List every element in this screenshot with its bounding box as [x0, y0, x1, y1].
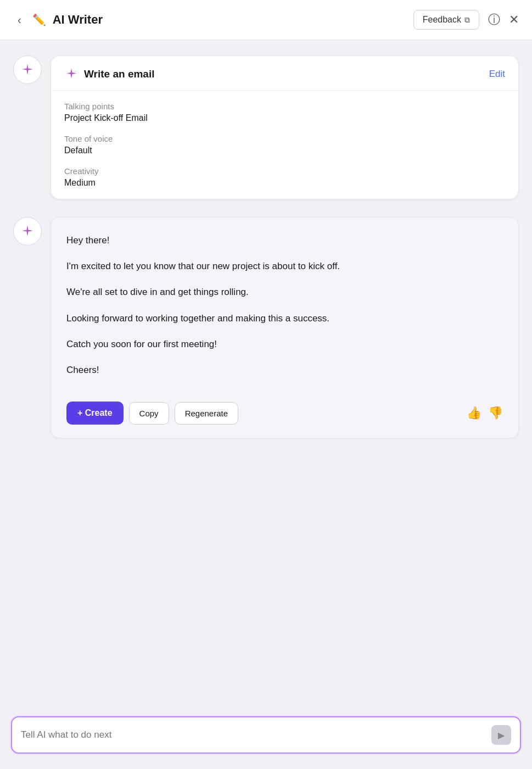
pencil-icon: ✏️: [32, 13, 46, 26]
response-para-2: I'm excited to let you know that our new…: [66, 259, 503, 274]
send-icon: ▶: [498, 730, 505, 740]
back-button[interactable]: ‹: [13, 12, 26, 29]
info-button[interactable]: ⓘ: [488, 12, 500, 28]
copy-button[interactable]: Copy: [129, 402, 169, 425]
response-card: Hey there! I'm excited to let you know t…: [51, 217, 519, 438]
response-para-5: Catch you soon for our first meeting!: [66, 337, 503, 352]
sparkle-icon: [20, 62, 35, 77]
card-title: Write an email: [84, 68, 154, 80]
talking-points-value: Project Kick-off Email: [64, 113, 505, 123]
create-label: + Create: [77, 408, 113, 418]
info-icon: ⓘ: [488, 13, 500, 26]
action-row: + Create Copy Regenerate 👍 👎: [51, 402, 518, 438]
header-left: ‹ ✏️ AI Writer: [13, 12, 103, 29]
card-body: Talking points Project Kick-off Email To…: [51, 91, 518, 199]
creativity-field: Creativity Medium: [64, 166, 505, 188]
bottom-bar: ▶: [0, 707, 532, 769]
close-icon: ✕: [509, 13, 519, 26]
talking-points-label: Talking points: [64, 102, 505, 111]
external-link-icon: ⧉: [464, 15, 470, 25]
feedback-icons: 👍 👎: [467, 406, 503, 420]
action-buttons: + Create Copy Regenerate: [66, 402, 238, 425]
prompt-card: Write an email Edit Talking points Proje…: [51, 55, 519, 199]
creativity-label: Creativity: [64, 166, 505, 176]
feedback-button[interactable]: Feedback ⧉: [413, 10, 479, 30]
feedback-label: Feedback: [423, 15, 461, 25]
close-button[interactable]: ✕: [509, 13, 519, 27]
card-title-row: Write an email: [64, 67, 154, 81]
ai-avatar: [13, 55, 42, 84]
header-title: AI Writer: [53, 13, 103, 27]
response-para-3: We're all set to dive in and get things …: [66, 285, 503, 299]
ai-input[interactable]: [21, 729, 491, 740]
response-row: Hey there! I'm excited to let you know t…: [13, 217, 519, 438]
thumbs-up-button[interactable]: 👍: [467, 406, 481, 420]
sparkle-small-icon: [64, 67, 79, 81]
tone-field: Tone of voice Default: [64, 134, 505, 155]
header-right: Feedback ⧉ ⓘ ✕: [413, 10, 519, 30]
talking-points-field: Talking points Project Kick-off Email: [64, 102, 505, 123]
thumbs-down-button[interactable]: 👎: [488, 406, 503, 420]
prompt-row: Write an email Edit Talking points Proje…: [13, 55, 519, 199]
input-container: ▶: [11, 716, 521, 754]
card-header: Write an email Edit: [51, 56, 518, 91]
thumbs-up-icon: 👍: [467, 406, 481, 420]
create-button[interactable]: + Create: [66, 402, 124, 425]
ai-avatar-response: [13, 217, 42, 246]
response-body: Hey there! I'm excited to let you know t…: [51, 218, 518, 402]
sparkle-response-icon: [20, 224, 35, 239]
response-para-1: Hey there!: [66, 233, 503, 248]
header: ‹ ✏️ AI Writer Feedback ⧉ ⓘ ✕: [0, 0, 532, 40]
tone-label: Tone of voice: [64, 134, 505, 143]
creativity-value: Medium: [64, 178, 505, 188]
response-para-6: Cheers!: [66, 363, 503, 377]
main-content: Write an email Edit Talking points Proje…: [0, 40, 532, 707]
edit-button[interactable]: Edit: [489, 69, 505, 80]
send-button[interactable]: ▶: [491, 725, 511, 745]
thumbs-down-icon: 👎: [488, 406, 503, 420]
response-para-4: Looking forward to working together and …: [66, 311, 503, 326]
tone-value: Default: [64, 146, 505, 155]
regenerate-button[interactable]: Regenerate: [175, 402, 238, 425]
